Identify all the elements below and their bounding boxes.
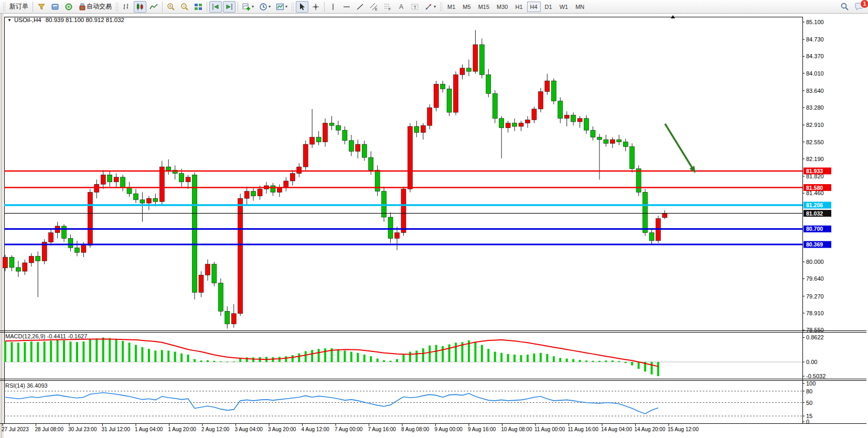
symbol-period-label: USOil-,H4: [14, 17, 41, 23]
svg-text:14 Aug 20:00: 14 Aug 20:00: [635, 426, 666, 432]
text-label-button[interactable]: T: [409, 1, 421, 13]
crosshair-icon: [312, 3, 320, 11]
autotrading-robot-icon: [78, 3, 87, 11]
svg-text:F: F: [389, 7, 391, 11]
candlestick-chart-icon: [136, 3, 144, 11]
svg-text:0.8622: 0.8622: [806, 334, 824, 340]
svg-text:78.910: 78.910: [806, 310, 824, 316]
svg-text:0: 0: [806, 419, 809, 425]
svg-text:84.730: 84.730: [806, 36, 824, 42]
timeframe-label: M5: [463, 4, 470, 10]
time-axis: 27 Jul 202328 Jul 08:0030 Jul 23:0031 Ju…: [2, 423, 699, 432]
arrows-icon: [424, 3, 433, 11]
zoom-out-icon: [180, 3, 189, 11]
toolbar-separator: [324, 2, 325, 12]
trendline-button[interactable]: [354, 1, 367, 13]
chart-canvas[interactable]: 85.10084.73084.37084.01083.64083.28082.9…: [0, 14, 868, 438]
timeframe-label: D1: [545, 4, 552, 10]
arrows-button[interactable]: ▾: [422, 1, 438, 13]
timeframe-m1-button[interactable]: M1: [444, 2, 458, 12]
templates-icon: [276, 3, 284, 11]
horizontal-line-button[interactable]: [340, 1, 353, 13]
bar-chart-button[interactable]: [120, 1, 133, 13]
svg-text:27 Jul 2023: 27 Jul 2023: [2, 426, 29, 432]
tile-windows-button[interactable]: [192, 1, 205, 13]
zoom-in-button[interactable]: [165, 1, 177, 13]
search-button[interactable]: [838, 1, 851, 13]
chart-shift-icon: [225, 3, 233, 11]
autotrading-button[interactable]: 自动交易: [76, 1, 114, 13]
timeframe-h1-button[interactable]: H1: [512, 2, 526, 12]
navigator-icon: [51, 3, 59, 11]
svg-text:81.460: 81.460: [806, 190, 824, 196]
equidistant-channel-icon: E: [370, 3, 378, 11]
new-order-button[interactable]: 新订单: [7, 1, 30, 13]
periods-button[interactable]: ▾: [257, 1, 273, 13]
autotrading-label: 自动交易: [87, 2, 112, 11]
svg-text:80.000: 80.000: [806, 259, 824, 265]
price-line-label: 81.032: [803, 210, 831, 217]
chart-shift-button[interactable]: [223, 1, 235, 13]
svg-text:81.580: 81.580: [806, 185, 823, 191]
periods-clock-icon: [259, 3, 267, 11]
svg-text:11 Aug 16:00: 11 Aug 16:00: [568, 426, 599, 432]
toolbar-drag-handle[interactable]: [291, 2, 294, 12]
svg-text:T: T: [414, 4, 417, 9]
cursor-button[interactable]: [296, 1, 308, 13]
notification-badge: 1: [860, 0, 868, 8]
text-button[interactable]: A: [395, 1, 408, 13]
timeframe-label: H4: [530, 4, 538, 10]
price-axis: 85.10084.73084.37084.01083.64083.28082.9…: [802, 19, 831, 333]
svg-text:82.910: 82.910: [806, 122, 824, 128]
toolbar-drag-handle[interactable]: [440, 2, 443, 12]
rsi-pane: 1008050150: [4, 380, 816, 425]
templates-button[interactable]: ▾: [274, 1, 290, 13]
zoom-out-button[interactable]: [178, 1, 191, 13]
svg-text:10 Aug 08:00: 10 Aug 08:00: [501, 426, 532, 432]
svg-text:83.280: 83.280: [806, 104, 824, 111]
equidistant-channel-button[interactable]: E: [368, 1, 380, 13]
main-toolbar: 新订单 自动交易 ▾ ▾ ▾ E F A T ▾ M1 M5 M15 M30 H…: [0, 0, 868, 14]
timeframe-d1-button[interactable]: D1: [542, 2, 555, 12]
market-watch-button[interactable]: [35, 1, 48, 13]
timeframe-w1-button[interactable]: W1: [556, 2, 572, 12]
timeframe-m5-button[interactable]: M5: [459, 2, 474, 12]
line-chart-button[interactable]: [147, 1, 160, 13]
dropdown-caret-icon: ▾: [434, 4, 436, 9]
candles-layer: [3, 30, 667, 328]
crosshair-button[interactable]: [309, 1, 322, 13]
svg-text:81.206: 81.206: [806, 202, 823, 208]
svg-text:30 Jul 23:00: 30 Jul 23:00: [68, 426, 97, 432]
fibonacci-button[interactable]: F: [381, 1, 394, 13]
price-line-label: 80.700: [803, 226, 831, 232]
symbol-dropdown-icon[interactable]: ▼: [7, 18, 12, 23]
terminal-button[interactable]: [62, 1, 75, 13]
timeframe-m30-button[interactable]: M30: [494, 2, 511, 12]
svg-text:14 Aug 04:00: 14 Aug 04:00: [601, 426, 632, 432]
timeframe-mn-button[interactable]: MN: [572, 2, 587, 12]
cursor-icon: [298, 3, 306, 11]
auto-scroll-button[interactable]: [209, 1, 222, 13]
toolbar-drag-handle[interactable]: [3, 2, 6, 12]
svg-text:82.550: 82.550: [806, 139, 824, 145]
svg-text:8 Aug 08:00: 8 Aug 08:00: [401, 426, 430, 432]
svg-text:79.270: 79.270: [806, 293, 824, 300]
timeframe-label: MN: [575, 4, 584, 10]
candlestick-chart-button[interactable]: [134, 1, 146, 13]
dropdown-caret-icon: ▾: [285, 4, 287, 9]
timeframe-h4-button[interactable]: H4: [527, 2, 541, 12]
add-indicator-button[interactable]: ▾: [240, 1, 256, 13]
navigator-button[interactable]: [49, 1, 61, 13]
chart-title-bar: ▼USOil-,H480.939 81.100 80.912 81.032: [7, 17, 124, 23]
svg-text:15 Aug 12:00: 15 Aug 12:00: [668, 426, 699, 432]
svg-text:9 Aug 16:00: 9 Aug 16:00: [468, 426, 496, 432]
toolbar-drag-handle[interactable]: [115, 2, 119, 12]
vertical-line-button[interactable]: [327, 1, 339, 13]
terminal-icon: [65, 3, 73, 11]
new-order-label: 新订单: [9, 2, 28, 11]
svg-text:82.190: 82.190: [806, 156, 824, 162]
timeframe-m15-button[interactable]: M15: [475, 2, 492, 12]
chart-window: 85.10084.73084.37084.01083.64083.28082.9…: [0, 14, 868, 438]
notifications-button[interactable]: 1: [852, 1, 866, 13]
macd-pane: 0.86220.00-0.5032: [4, 334, 826, 379]
